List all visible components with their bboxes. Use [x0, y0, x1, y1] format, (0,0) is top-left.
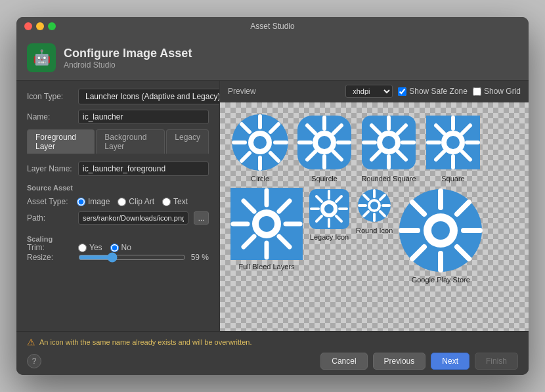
warning-bar: ⚠ An icon with the same name already exi…: [27, 337, 518, 347]
rounded-square-label: Rounded Square: [361, 175, 416, 183]
name-input[interactable]: [78, 110, 209, 124]
radio-text-input[interactable]: [162, 198, 171, 206]
preview-legacy: Legacy Icon: [308, 188, 351, 284]
preview-round: Round Icon: [356, 188, 393, 284]
bottom-bar: ⚠ An icon with the same name already exi…: [16, 331, 529, 375]
name-label: Name:: [27, 112, 73, 121]
svg-point-72: [370, 202, 378, 209]
full-bleed-label: Full Bleed Layers: [239, 263, 295, 271]
grid-checkbox[interactable]: Show Grid: [473, 87, 521, 96]
layer-tabs: Foreground Layer Background Layer Legacy: [27, 129, 209, 154]
safe-zone-checkbox[interactable]: Show Safe Zone: [398, 87, 468, 96]
help-button[interactable]: ?: [27, 354, 41, 368]
name-row: Name:: [27, 110, 209, 124]
circle-label: Circle: [251, 175, 269, 183]
title-bar: Asset Studio: [16, 17, 529, 35]
radio-clipart[interactable]: Clip Art: [118, 197, 154, 206]
google-play-label: Google Play Store: [412, 276, 470, 284]
tab-background-layer[interactable]: Background Layer: [96, 129, 165, 154]
resize-value: 59 %: [191, 253, 209, 262]
svg-point-83: [431, 221, 450, 240]
maximize-button[interactable]: [48, 22, 56, 30]
safe-zone-label: Show Safe Zone: [409, 87, 468, 96]
round-label: Round Icon: [356, 227, 393, 234]
minimize-button[interactable]: [36, 22, 44, 30]
radio-image[interactable]: Image: [77, 197, 110, 206]
tab-foreground-layer[interactable]: Foreground Layer: [27, 129, 95, 154]
path-label: Path:: [27, 213, 73, 223]
icon-type-label: Icon Type:: [27, 92, 73, 101]
trim-row: Trim: Yes No: [27, 243, 209, 252]
circle-icon-svg: [230, 113, 290, 172]
trim-yes-label: Yes: [89, 243, 102, 252]
cancel-button[interactable]: Cancel: [320, 353, 367, 370]
dialog-title: Configure Image Asset: [64, 47, 192, 60]
scaling-section: Scaling Trim: Yes No: [27, 232, 209, 263]
main-content: Icon Type: Launcher Icons (Adaptive and …: [16, 81, 529, 331]
main-window: Asset Studio 🤖 Configure Image Asset And…: [16, 17, 529, 375]
rounded-square-icon-svg: [359, 113, 418, 172]
layer-name-row: Layer Name:: [27, 162, 209, 176]
icon-type-row: Icon Type: Launcher Icons (Adaptive and …: [27, 89, 209, 104]
squircle-label: Squircle: [311, 175, 338, 183]
google-play-icon-svg: [398, 188, 483, 273]
preview-squircle: Squircle: [295, 113, 354, 183]
round-icon-svg: [357, 188, 393, 224]
svg-point-39: [447, 136, 460, 149]
layer-name-label: Layer Name:: [27, 164, 73, 173]
preview-google-play: Google Play Store: [398, 188, 483, 284]
safe-zone-input[interactable]: [398, 87, 406, 96]
svg-point-15: [318, 136, 331, 149]
radio-image-input[interactable]: [77, 198, 85, 206]
trim-yes[interactable]: Yes: [78, 243, 102, 252]
svg-point-3: [253, 136, 267, 149]
path-row: Path: ...: [27, 211, 209, 225]
icon-type-dropdown[interactable]: Launcher Icons (Adaptive and Legacy) Act…: [78, 89, 220, 104]
warning-icon: ⚠: [27, 337, 35, 347]
full-bleed-icon-svg: [230, 188, 303, 260]
grid-label: Show Grid: [484, 87, 521, 96]
close-button[interactable]: [24, 22, 32, 30]
radio-image-label: Image: [88, 197, 110, 206]
legacy-label: Legacy Icon: [310, 233, 349, 241]
tab-legacy[interactable]: Legacy: [166, 129, 209, 154]
svg-point-50: [259, 216, 274, 232]
radio-clipart-input[interactable]: [118, 198, 126, 206]
dialog-header: 🤖 Configure Image Asset Android Studio: [16, 35, 529, 81]
square-label: Square: [441, 175, 464, 183]
resize-row: Resize: 59 %: [27, 252, 209, 263]
source-asset-label: Source Asset: [27, 184, 209, 192]
path-browse-button[interactable]: ...: [194, 211, 209, 225]
trim-label: Trim:: [27, 243, 73, 252]
trim-yes-input[interactable]: [78, 244, 87, 252]
right-panel: Preview xhdpi ldpi mdpi hdpi xxhdpi xxxh…: [220, 81, 529, 331]
previous-button[interactable]: Previous: [373, 353, 426, 370]
preview-square: Square: [424, 113, 483, 183]
trim-radio-group: Yes No: [78, 243, 131, 252]
trim-no-input[interactable]: [110, 244, 119, 252]
preview-circle: Circle: [230, 113, 290, 183]
warning-text: An icon with the same name already exist…: [39, 338, 251, 346]
header-text: Configure Image Asset Android Studio: [64, 47, 192, 70]
finish-button: Finish: [475, 353, 518, 370]
preview-rounded-square: Rounded Square: [359, 113, 418, 183]
resize-slider[interactable]: [78, 252, 186, 263]
layer-name-input[interactable]: [78, 162, 209, 176]
next-button[interactable]: Next: [431, 353, 469, 370]
grid-input[interactable]: [473, 87, 481, 96]
svg-point-27: [382, 136, 395, 149]
path-input[interactable]: [78, 211, 188, 225]
legacy-icon-svg: [308, 188, 351, 230]
radio-text[interactable]: Text: [162, 197, 188, 206]
left-panel: Icon Type: Launcher Icons (Adaptive and …: [16, 81, 220, 331]
trim-no[interactable]: No: [110, 243, 131, 252]
preview-area: Circle: [220, 102, 529, 331]
preview-toolbar: Preview xhdpi ldpi mdpi hdpi xxhdpi xxxh…: [220, 81, 529, 102]
preview-full-bleed: Full Bleed Layers: [230, 188, 303, 284]
button-row: ? Cancel Previous Next Finish: [27, 353, 518, 370]
app-icon: 🤖: [27, 43, 56, 72]
traffic-lights: [24, 22, 56, 30]
dialog-subtitle: Android Studio: [64, 60, 192, 70]
svg-point-61: [324, 204, 334, 213]
density-dropdown[interactable]: xhdpi ldpi mdpi hdpi xxhdpi xxxhdpi: [345, 85, 393, 98]
